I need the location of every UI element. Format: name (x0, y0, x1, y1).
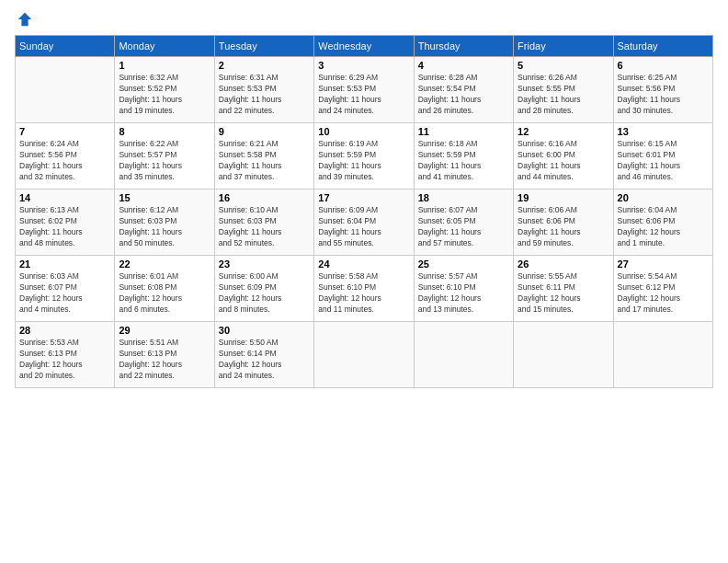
day-number: 14 (19, 192, 110, 203)
day-header: Monday (115, 36, 214, 57)
calendar-cell: 20Sunrise: 6:04 AM Sunset: 6:06 PM Dayli… (613, 190, 712, 256)
cell-info: Sunrise: 5:58 AM Sunset: 6:10 PM Dayligh… (318, 271, 409, 316)
day-header: Thursday (414, 36, 513, 57)
logo (15, 11, 33, 28)
logo-icon (17, 11, 33, 28)
calendar-week-row: 1Sunrise: 6:32 AM Sunset: 5:52 PM Daylig… (16, 57, 713, 123)
day-number: 16 (219, 192, 310, 203)
cell-info: Sunrise: 6:00 AM Sunset: 6:09 PM Dayligh… (219, 271, 310, 316)
svg-marker-0 (18, 13, 31, 26)
calendar-cell: 21Sunrise: 6:03 AM Sunset: 6:07 PM Dayli… (16, 256, 115, 322)
calendar-cell: 17Sunrise: 6:09 AM Sunset: 6:04 PM Dayli… (314, 190, 414, 256)
calendar-cell: 27Sunrise: 5:54 AM Sunset: 6:12 PM Dayli… (613, 256, 712, 322)
cell-info: Sunrise: 6:09 AM Sunset: 6:04 PM Dayligh… (318, 205, 409, 249)
cell-info: Sunrise: 5:51 AM Sunset: 6:13 PM Dayligh… (119, 338, 210, 382)
calendar-cell: 18Sunrise: 6:07 AM Sunset: 6:05 PM Dayli… (414, 190, 513, 256)
calendar-cell: 19Sunrise: 6:06 AM Sunset: 6:06 PM Dayli… (514, 190, 613, 256)
calendar-table: SundayMondayTuesdayWednesdayThursdayFrid… (15, 35, 713, 388)
day-number: 20 (618, 192, 709, 203)
day-number: 4 (418, 60, 509, 71)
day-number: 8 (119, 126, 210, 137)
calendar-cell: 10Sunrise: 6:19 AM Sunset: 5:59 PM Dayli… (314, 123, 414, 190)
calendar-cell: 11Sunrise: 6:18 AM Sunset: 5:59 PM Dayli… (414, 123, 513, 190)
page: SundayMondayTuesdayWednesdayThursdayFrid… (0, 0, 728, 563)
calendar-week-row: 28Sunrise: 5:53 AM Sunset: 6:13 PM Dayli… (16, 322, 713, 388)
day-number: 21 (19, 259, 110, 270)
cell-info: Sunrise: 6:24 AM Sunset: 5:56 PM Dayligh… (19, 139, 110, 183)
calendar-cell: 23Sunrise: 6:00 AM Sunset: 6:09 PM Dayli… (214, 256, 313, 322)
calendar-cell: 24Sunrise: 5:58 AM Sunset: 6:10 PM Dayli… (314, 256, 414, 322)
calendar-cell (16, 57, 115, 123)
cell-info: Sunrise: 6:01 AM Sunset: 6:08 PM Dayligh… (119, 271, 210, 316)
cell-info: Sunrise: 6:03 AM Sunset: 6:07 PM Dayligh… (19, 271, 110, 316)
day-number: 7 (19, 126, 110, 137)
cell-info: Sunrise: 6:18 AM Sunset: 5:59 PM Dayligh… (418, 139, 509, 183)
calendar-cell: 12Sunrise: 6:16 AM Sunset: 6:00 PM Dayli… (514, 123, 613, 190)
cell-info: Sunrise: 5:55 AM Sunset: 6:11 PM Dayligh… (518, 271, 609, 316)
day-number: 11 (418, 126, 509, 137)
calendar-cell: 13Sunrise: 6:15 AM Sunset: 6:01 PM Dayli… (613, 123, 712, 190)
day-number: 13 (618, 126, 709, 137)
day-number: 22 (119, 259, 210, 270)
calendar-cell: 4Sunrise: 6:28 AM Sunset: 5:54 PM Daylig… (414, 57, 513, 123)
cell-info: Sunrise: 6:32 AM Sunset: 5:52 PM Dayligh… (119, 73, 210, 117)
cell-info: Sunrise: 6:29 AM Sunset: 5:53 PM Dayligh… (318, 73, 409, 117)
calendar-cell: 26Sunrise: 5:55 AM Sunset: 6:11 PM Dayli… (514, 256, 613, 322)
day-number: 1 (119, 60, 210, 71)
calendar-cell: 29Sunrise: 5:51 AM Sunset: 6:13 PM Dayli… (115, 322, 214, 388)
cell-info: Sunrise: 5:53 AM Sunset: 6:13 PM Dayligh… (19, 338, 110, 382)
calendar-cell (314, 322, 414, 388)
calendar-cell: 8Sunrise: 6:22 AM Sunset: 5:57 PM Daylig… (115, 123, 214, 190)
calendar-cell: 25Sunrise: 5:57 AM Sunset: 6:10 PM Dayli… (414, 256, 513, 322)
cell-info: Sunrise: 6:15 AM Sunset: 6:01 PM Dayligh… (618, 139, 709, 183)
calendar-cell: 3Sunrise: 6:29 AM Sunset: 5:53 PM Daylig… (314, 57, 414, 123)
cell-info: Sunrise: 5:50 AM Sunset: 6:14 PM Dayligh… (219, 338, 310, 382)
cell-info: Sunrise: 5:54 AM Sunset: 6:12 PM Dayligh… (618, 271, 709, 316)
cell-info: Sunrise: 6:28 AM Sunset: 5:54 PM Dayligh… (418, 73, 509, 117)
header-row: SundayMondayTuesdayWednesdayThursdayFrid… (16, 36, 713, 57)
cell-info: Sunrise: 6:21 AM Sunset: 5:58 PM Dayligh… (219, 139, 310, 183)
day-number: 30 (219, 325, 310, 336)
calendar-cell: 28Sunrise: 5:53 AM Sunset: 6:13 PM Dayli… (16, 322, 115, 388)
day-header: Wednesday (314, 36, 414, 57)
header (15, 11, 713, 28)
calendar-cell: 5Sunrise: 6:26 AM Sunset: 5:55 PM Daylig… (514, 57, 613, 123)
cell-info: Sunrise: 6:06 AM Sunset: 6:06 PM Dayligh… (518, 205, 609, 249)
calendar-cell: 22Sunrise: 6:01 AM Sunset: 6:08 PM Dayli… (115, 256, 214, 322)
cell-info: Sunrise: 6:22 AM Sunset: 5:57 PM Dayligh… (119, 139, 210, 183)
day-header: Tuesday (214, 36, 313, 57)
day-number: 27 (618, 259, 709, 270)
cell-info: Sunrise: 5:57 AM Sunset: 6:10 PM Dayligh… (418, 271, 509, 316)
calendar-cell (514, 322, 613, 388)
calendar-cell: 7Sunrise: 6:24 AM Sunset: 5:56 PM Daylig… (16, 123, 115, 190)
day-header: Friday (514, 36, 613, 57)
day-number: 26 (518, 259, 609, 270)
cell-info: Sunrise: 6:16 AM Sunset: 6:00 PM Dayligh… (518, 139, 609, 183)
day-number: 15 (119, 192, 210, 203)
day-header: Sunday (16, 36, 115, 57)
day-number: 28 (19, 325, 110, 336)
calendar-cell: 14Sunrise: 6:13 AM Sunset: 6:02 PM Dayli… (16, 190, 115, 256)
day-number: 18 (418, 192, 509, 203)
cell-info: Sunrise: 6:19 AM Sunset: 5:59 PM Dayligh… (318, 139, 409, 183)
cell-info: Sunrise: 6:26 AM Sunset: 5:55 PM Dayligh… (518, 73, 609, 117)
day-number: 2 (219, 60, 310, 71)
day-number: 9 (219, 126, 310, 137)
day-number: 24 (318, 259, 409, 270)
day-number: 3 (318, 60, 409, 71)
calendar-cell (613, 322, 712, 388)
day-number: 12 (518, 126, 609, 137)
cell-info: Sunrise: 6:31 AM Sunset: 5:53 PM Dayligh… (219, 73, 310, 117)
day-number: 10 (318, 126, 409, 137)
day-number: 5 (518, 60, 609, 71)
calendar-week-row: 14Sunrise: 6:13 AM Sunset: 6:02 PM Dayli… (16, 190, 713, 256)
day-number: 29 (119, 325, 210, 336)
cell-info: Sunrise: 6:12 AM Sunset: 6:03 PM Dayligh… (119, 205, 210, 249)
calendar-week-row: 21Sunrise: 6:03 AM Sunset: 6:07 PM Dayli… (16, 256, 713, 322)
day-number: 25 (418, 259, 509, 270)
cell-info: Sunrise: 6:07 AM Sunset: 6:05 PM Dayligh… (418, 205, 509, 249)
day-header: Saturday (613, 36, 712, 57)
calendar-cell: 15Sunrise: 6:12 AM Sunset: 6:03 PM Dayli… (115, 190, 214, 256)
calendar-cell (414, 322, 513, 388)
cell-info: Sunrise: 6:04 AM Sunset: 6:06 PM Dayligh… (618, 205, 709, 249)
